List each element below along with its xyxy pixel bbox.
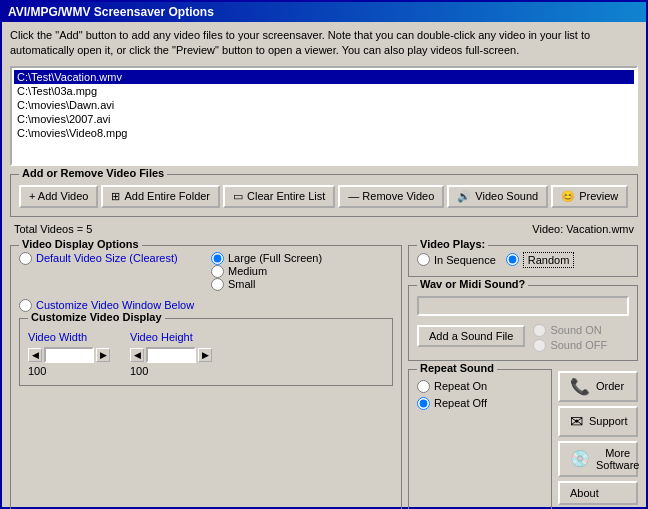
- repeat-sound-title: Repeat Sound: [417, 362, 497, 374]
- small-row: Small: [211, 278, 393, 291]
- sound-icon: 🔊: [457, 190, 471, 203]
- height-left-btn[interactable]: ◀: [130, 348, 144, 362]
- status-bar: Total Videos = 5 Video: Vacation.wmv: [10, 221, 638, 237]
- add-folder-label: ⊞: [111, 190, 120, 203]
- sound-off-label: Sound OFF: [550, 339, 607, 351]
- add-remove-group: Add or Remove Video Files + Add Video ⊞ …: [10, 174, 638, 217]
- main-window: AVI/MPG/WMV Screensaver Options Click th…: [0, 0, 648, 509]
- sound-input-row: [417, 296, 629, 316]
- add-sound-button[interactable]: Add a Sound File: [417, 325, 525, 347]
- random-radio[interactable]: [506, 253, 519, 266]
- side-buttons: 📞 Order ✉ Support 💿 More Software Ab: [558, 371, 638, 509]
- support-label: Support: [589, 415, 628, 427]
- about-button[interactable]: About: [558, 481, 638, 505]
- description-text: Click the "Add" button to add any video …: [10, 28, 638, 59]
- height-label: Video Height: [130, 331, 212, 343]
- order-icon: 📞: [570, 377, 590, 396]
- sound-on-radio[interactable]: [533, 324, 546, 337]
- wav-midi-group: Wav or Midi Sound? Add a Sound File Soun…: [408, 285, 638, 361]
- medium-row: Medium: [211, 265, 393, 278]
- width-label: Video Width: [28, 331, 110, 343]
- medium-radio[interactable]: [211, 265, 224, 278]
- repeat-off-label: Repeat Off: [434, 397, 487, 409]
- repeat-off-radio[interactable]: [417, 397, 430, 410]
- file-item-4[interactable]: C:\movies\Video8.mpg: [14, 126, 634, 140]
- sound-off-radio[interactable]: [533, 339, 546, 352]
- preview-button[interactable]: 😊 Preview: [551, 185, 628, 208]
- repeat-on-label: Repeat On: [434, 380, 487, 392]
- repeat-on-row: Repeat On: [417, 380, 543, 393]
- customize-display-group: Customize Video Display Video Width ◀ ▶ …: [19, 318, 393, 386]
- default-size-radio[interactable]: [19, 252, 32, 265]
- width-value: 100: [28, 365, 110, 377]
- window-title: AVI/MPG/WMV Screensaver Options: [8, 5, 214, 19]
- file-item-1[interactable]: C:\Test\03a.mpg: [14, 84, 634, 98]
- small-label: Small: [228, 278, 256, 290]
- file-item-3[interactable]: C:\movies\2007.avi: [14, 112, 634, 126]
- random-row: Random: [506, 252, 575, 268]
- file-item-0[interactable]: C:\Test\Vacation.wmv: [14, 70, 634, 84]
- remove-video-button[interactable]: — Remove Video: [338, 185, 444, 208]
- order-button[interactable]: 📞 Order: [558, 371, 638, 402]
- add-video-button[interactable]: + Add Video: [19, 185, 98, 208]
- customize-link[interactable]: Customize Video Window Below: [36, 299, 194, 311]
- preview-icon: 😊: [561, 190, 575, 203]
- bottom-right-row: Repeat Sound Repeat On Repeat Off: [408, 365, 638, 509]
- add-remove-title: Add or Remove Video Files: [19, 167, 167, 179]
- video-name: Video: Vacation.wmv: [532, 223, 634, 235]
- video-plays-title: Video Plays:: [417, 238, 488, 250]
- total-videos: Total Videos = 5: [14, 223, 92, 235]
- in-sequence-row: In Sequence: [417, 253, 496, 266]
- repeat-off-row: Repeat Off: [417, 397, 543, 410]
- add-video-label: + Add Video: [29, 190, 88, 202]
- clear-list-button[interactable]: ▭ Clear Entire List: [223, 185, 335, 208]
- more-software-label: More Software: [596, 447, 639, 471]
- random-label: Random: [523, 252, 575, 268]
- support-button[interactable]: ✉ Support: [558, 406, 638, 437]
- default-size-label: Default Video Size (Clearest): [36, 252, 178, 264]
- display-options-group: Video Display Options Default Video Size…: [10, 245, 402, 509]
- repeat-sound-group: Repeat Sound Repeat On Repeat Off: [408, 369, 552, 509]
- order-label: Order: [596, 380, 624, 392]
- sound-file-display: [417, 296, 629, 316]
- display-options-title: Video Display Options: [19, 238, 142, 250]
- large-label: Large (Full Screen): [228, 252, 322, 264]
- large-radio[interactable]: [211, 252, 224, 265]
- in-sequence-label: In Sequence: [434, 254, 496, 266]
- height-track: [146, 347, 196, 363]
- add-sound-label: Add a Sound File: [429, 330, 513, 342]
- sound-on-row: Sound ON: [533, 324, 607, 337]
- height-spinner: ◀ ▶: [130, 347, 212, 363]
- video-plays-group: Video Plays: In Sequence Random: [408, 245, 638, 277]
- customize-display-title: Customize Video Display: [28, 311, 165, 323]
- title-bar: AVI/MPG/WMV Screensaver Options: [2, 2, 646, 22]
- sound-on-label: Sound ON: [550, 324, 601, 336]
- sound-off-row: Sound OFF: [533, 339, 607, 352]
- wav-midi-title: Wav or Midi Sound?: [417, 278, 528, 290]
- about-label: About: [570, 487, 599, 499]
- video-sound-button[interactable]: 🔊 Video Sound: [447, 185, 548, 208]
- default-size-row: Default Video Size (Clearest): [19, 252, 201, 265]
- file-item-2[interactable]: C:\movies\Dawn.avi: [14, 98, 634, 112]
- width-spinner: ◀ ▶: [28, 347, 110, 363]
- width-right-btn[interactable]: ▶: [96, 348, 110, 362]
- toolbar: + Add Video ⊞ Add Entire Folder ▭ Clear …: [19, 185, 629, 208]
- support-icon: ✉: [570, 412, 583, 431]
- in-sequence-radio[interactable]: [417, 253, 430, 266]
- repeat-on-radio[interactable]: [417, 380, 430, 393]
- file-list[interactable]: C:\Test\Vacation.wmv C:\Test\03a.mpg C:\…: [10, 66, 638, 166]
- width-track: [44, 347, 94, 363]
- sound-toggle: Sound ON Sound OFF: [533, 324, 607, 352]
- small-radio[interactable]: [211, 278, 224, 291]
- add-folder-button[interactable]: ⊞ Add Entire Folder: [101, 185, 220, 208]
- display-options: Default Video Size (Clearest) Large (Ful…: [19, 252, 393, 291]
- height-right-btn[interactable]: ▶: [198, 348, 212, 362]
- width-left-btn[interactable]: ◀: [28, 348, 42, 362]
- height-value: 100: [130, 365, 212, 377]
- more-software-button[interactable]: 💿 More Software: [558, 441, 638, 477]
- customize-display: Video Width ◀ ▶ 100 Video Height: [28, 331, 384, 377]
- large-row: Large (Full Screen): [211, 252, 393, 265]
- clear-icon: ▭: [233, 190, 243, 203]
- medium-label: Medium: [228, 265, 267, 277]
- more-software-icon: 💿: [570, 449, 590, 468]
